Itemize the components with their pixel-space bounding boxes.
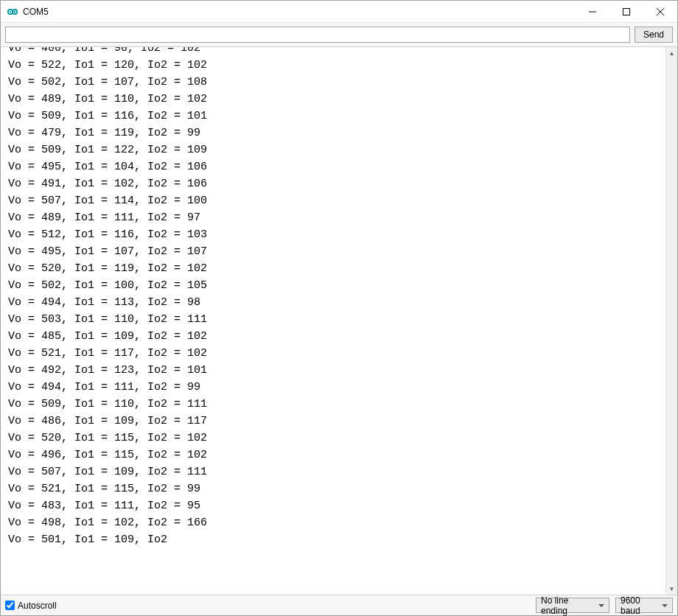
scroll-down-arrow[interactable]: ▼ [666, 583, 677, 595]
svg-rect-6 [623, 8, 630, 15]
close-icon [657, 8, 664, 15]
console-output[interactable]: Vo = 400, Io1 = 90, Io2 = 102 Vo = 522, … [1, 47, 665, 595]
close-button[interactable] [643, 1, 677, 23]
autoscroll-label-wrap[interactable]: Autoscroll [5, 601, 57, 611]
maximize-button[interactable] [609, 1, 643, 23]
minimize-button[interactable] [576, 1, 609, 23]
serial-input[interactable] [5, 27, 630, 43]
status-bar: Autoscroll No line ending 9600 baud [1, 595, 677, 615]
autoscroll-checkbox[interactable] [5, 601, 15, 610]
scroll-up-arrow[interactable]: ▲ [666, 47, 677, 59]
scroll-track[interactable] [666, 59, 677, 583]
baud-value: 9600 baud [621, 595, 659, 616]
send-button[interactable]: Send [635, 27, 673, 43]
serial-monitor-window: COM5 Send Vo = 400, Io1 = 90, Io2 = 102 … [0, 0, 678, 616]
titlebar: COM5 [1, 1, 677, 23]
minimize-icon [589, 8, 596, 15]
autoscroll-label: Autoscroll [18, 601, 57, 611]
line-ending-select[interactable]: No line ending [536, 598, 609, 613]
maximize-icon [623, 8, 630, 15]
window-title: COM5 [23, 7, 576, 17]
send-bar: Send [1, 23, 677, 47]
console-area: Vo = 400, Io1 = 90, Io2 = 102 Vo = 522, … [1, 47, 677, 595]
line-ending-value: No line ending [541, 595, 595, 616]
baud-select[interactable]: 9600 baud [615, 598, 673, 613]
arduino-icon [7, 6, 18, 18]
vertical-scrollbar[interactable]: ▲ ▼ [665, 47, 677, 595]
